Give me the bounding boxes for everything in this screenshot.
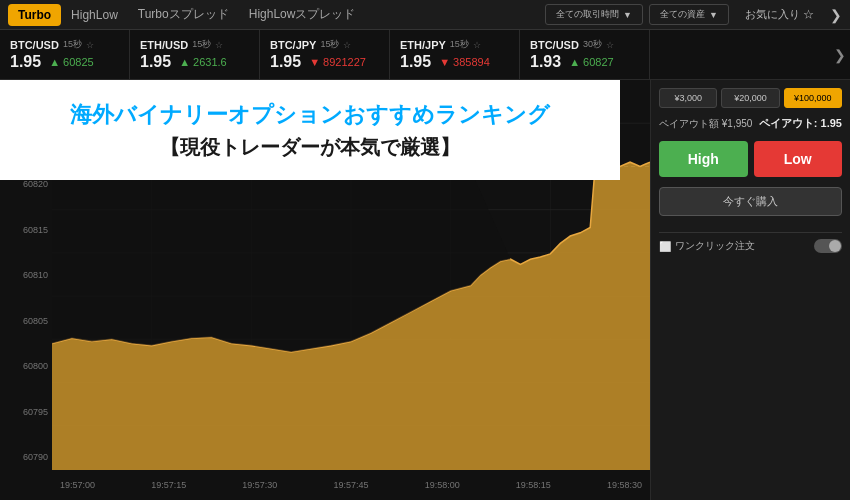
oneclick-icon: ⬜ (659, 241, 671, 252)
ticker-scroll-right[interactable]: ❯ (830, 30, 850, 79)
x-label-3: 19:57:45 (333, 480, 368, 490)
ticker-btcusd-15[interactable]: BTC/USD 15秒 ☆ 1.95 ▲ 60825 (0, 30, 130, 79)
toggle-thumb (829, 240, 841, 252)
ticker-star-3[interactable]: ☆ (473, 40, 481, 50)
invest-btn-100000[interactable]: ¥100,000 (784, 88, 842, 108)
ticker-btcjpy-15[interactable]: BTC/JPY 15秒 ☆ 1.95 ▼ 8921227 (260, 30, 390, 79)
x-label-0: 19:57:00 (60, 480, 95, 490)
y-label-8: 60790 (0, 452, 52, 462)
overlay-banner: 海外バイナリーオプションおすすめランキング 【現役トレーダーが本気で厳選】 (0, 80, 620, 180)
overlay-title-line2: 【現役トレーダーが本気で厳選】 (160, 134, 460, 161)
x-label-6: 19:58:30 (607, 480, 642, 490)
filter-asset[interactable]: 全ての資産 ▼ (649, 4, 729, 25)
buy-now-button[interactable]: 今すぐ購入 (659, 187, 842, 216)
ticker-ethusd-15[interactable]: ETH/USD 15秒 ☆ 1.95 ▲ 2631.6 (130, 30, 260, 79)
y-label-7: 60795 (0, 407, 52, 417)
nav-tab-highlow-spread[interactable]: HighLowスプレッド (239, 2, 366, 27)
oneclick-toggle[interactable] (814, 239, 842, 253)
top-nav: Turbo HighLow Turboスプレッド HighLowスプレッド 全て… (0, 0, 850, 30)
hl-buttons: High Low (659, 141, 842, 177)
main-area: 海外バイナリーオプションおすすめランキング 【現役トレーダーが本気で厳選】 60… (0, 80, 850, 500)
panel-divider (659, 232, 842, 233)
chart-x-axis: 19:57:00 19:57:15 19:57:30 19:57:45 19:5… (52, 470, 650, 500)
payout-row: ペイアウト額 ¥1,950 ペイアウト: 1.95 (659, 116, 842, 131)
ticker-ethjpy-15[interactable]: ETH/JPY 15秒 ☆ 1.95 ▼ 385894 (390, 30, 520, 79)
y-label-6: 60800 (0, 361, 52, 371)
x-label-4: 19:58:00 (425, 480, 460, 490)
overlay-title-line1: 海外バイナリーオプションおすすめランキング (70, 100, 550, 130)
ticker-row: BTC/USD 15秒 ☆ 1.95 ▲ 60825 ETH/USD 15秒 ☆… (0, 30, 850, 80)
filter-time[interactable]: 全ての取引時間 ▼ (545, 4, 643, 25)
x-label-5: 19:58:15 (516, 480, 551, 490)
nav-tab-turbo[interactable]: Turbo (8, 4, 61, 26)
invest-btn-20000[interactable]: ¥20,000 (721, 88, 779, 108)
x-label-1: 19:57:15 (151, 480, 186, 490)
payout-value: ペイアウト: 1.95 (759, 116, 842, 131)
nav-right-arrow[interactable]: ❯ (830, 7, 842, 23)
invest-options: ¥3,000 ¥20,000 ¥100,000 (659, 88, 842, 108)
y-label-2: 60820 (0, 179, 52, 189)
nav-tab-turbo-spread[interactable]: Turboスプレッド (128, 2, 239, 27)
ticker-star-4[interactable]: ☆ (606, 40, 614, 50)
x-label-2: 19:57:30 (242, 480, 277, 490)
payout-label: ペイアウト額 ¥1,950 (659, 117, 752, 131)
favorites-button[interactable]: お気に入り ☆ (735, 4, 824, 25)
ticker-btcusd-30[interactable]: BTC/USD 30秒 ☆ 1.93 ▲ 60827 (520, 30, 650, 79)
y-label-3: 60815 (0, 225, 52, 235)
ticker-star-1[interactable]: ☆ (215, 40, 223, 50)
low-button[interactable]: Low (754, 141, 843, 177)
invest-btn-3000[interactable]: ¥3,000 (659, 88, 717, 108)
high-button[interactable]: High (659, 141, 748, 177)
y-label-5: 60805 (0, 316, 52, 326)
ticker-star-2[interactable]: ☆ (343, 40, 351, 50)
oneclick-row: ⬜ ワンクリック注文 (659, 239, 842, 253)
nav-tab-highlow[interactable]: HighLow (61, 4, 128, 26)
oneclick-label: ⬜ ワンクリック注文 (659, 239, 755, 253)
right-panel: ¥3,000 ¥20,000 ¥100,000 ペイアウト額 ¥1,950 ペイ… (650, 80, 850, 500)
ticker-star-0[interactable]: ☆ (86, 40, 94, 50)
y-label-4: 60810 (0, 270, 52, 280)
